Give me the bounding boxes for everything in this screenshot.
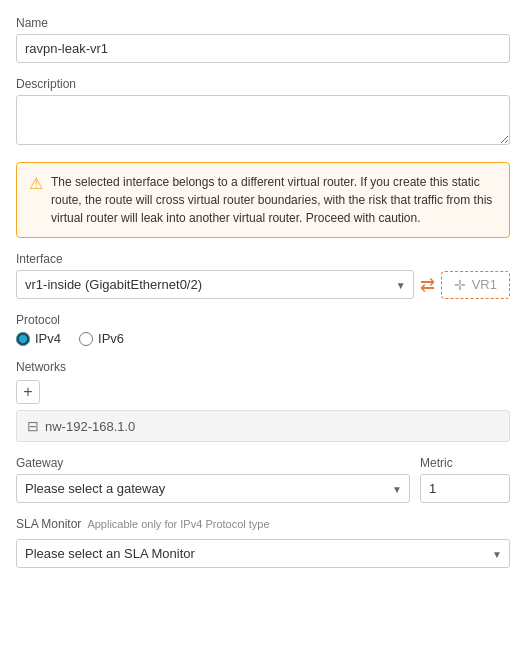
ipv4-radio[interactable]	[16, 332, 30, 346]
metric-label: Metric	[420, 456, 510, 470]
metric-input[interactable]	[420, 474, 510, 503]
interface-select[interactable]: vr1-inside (GigabitEthernet0/2)	[16, 270, 414, 299]
link-router-icon[interactable]: ⇄	[420, 274, 435, 296]
protocol-group: Protocol IPv4 IPv6	[16, 313, 510, 346]
network-value: nw-192-168.1.0	[45, 419, 135, 434]
router-box: ✛ VR1	[441, 271, 510, 299]
warning-text: The selected interface belongs to a diff…	[51, 173, 497, 227]
ipv6-radio[interactable]	[79, 332, 93, 346]
sla-select[interactable]: Please select an SLA Monitor	[16, 539, 510, 568]
network-icon: ⊟	[27, 418, 39, 434]
protocol-row: IPv4 IPv6	[16, 331, 510, 346]
sla-sublabel: Applicable only for IPv4 Protocol type	[87, 518, 269, 530]
protocol-label: Protocol	[16, 313, 510, 327]
networks-group: Networks + ⊟ nw-192-168.1.0	[16, 360, 510, 442]
description-label: Description	[16, 77, 510, 91]
description-input[interactable]	[16, 95, 510, 145]
metric-group: Metric	[420, 456, 510, 503]
gateway-group: Gateway Please select a gateway ▼	[16, 456, 410, 503]
network-item: ⊟ nw-192-168.1.0	[16, 410, 510, 442]
interface-row: vr1-inside (GigabitEthernet0/2) ▼ ⇄ ✛ VR…	[16, 270, 510, 299]
ipv6-radio-label[interactable]: IPv6	[79, 331, 124, 346]
description-group: Description	[16, 77, 510, 148]
warning-box: ⚠ The selected interface belongs to a di…	[16, 162, 510, 238]
interface-label: Interface	[16, 252, 510, 266]
router-icon: ✛	[454, 277, 466, 293]
router-name: VR1	[472, 277, 497, 292]
gateway-select-wrapper: Please select a gateway ▼	[16, 474, 410, 503]
sla-label: SLA Monitor	[16, 517, 81, 531]
add-network-button[interactable]: +	[16, 380, 40, 404]
interface-select-wrapper: vr1-inside (GigabitEthernet0/2) ▼	[16, 270, 414, 299]
networks-label: Networks	[16, 360, 510, 374]
sla-group: SLA Monitor Applicable only for IPv4 Pro…	[16, 517, 510, 568]
name-input[interactable]	[16, 34, 510, 63]
ipv6-label: IPv6	[98, 331, 124, 346]
ipv4-label: IPv4	[35, 331, 61, 346]
gateway-select[interactable]: Please select a gateway	[16, 474, 410, 503]
gateway-label: Gateway	[16, 456, 410, 470]
name-label: Name	[16, 16, 510, 30]
name-group: Name	[16, 16, 510, 63]
sla-label-row: SLA Monitor Applicable only for IPv4 Pro…	[16, 517, 510, 535]
warning-icon: ⚠	[29, 174, 43, 193]
sla-select-wrapper: Please select an SLA Monitor ▼	[16, 539, 510, 568]
gateway-metric-row: Gateway Please select a gateway ▼ Metric	[16, 456, 510, 503]
ipv4-radio-label[interactable]: IPv4	[16, 331, 61, 346]
